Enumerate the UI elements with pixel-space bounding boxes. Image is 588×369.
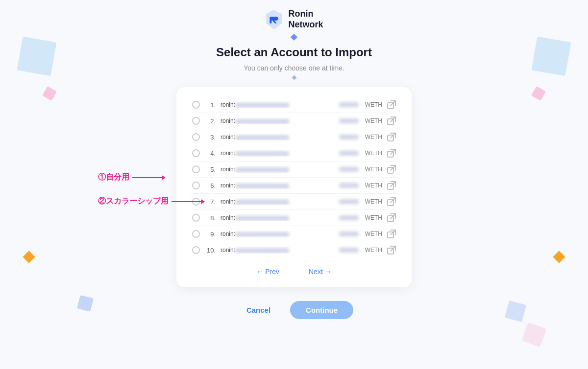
account-row: 1.ronin:WETH [192,97,396,113]
continue-button[interactable]: Continue [290,301,353,319]
diamond-small-deco [292,75,296,80]
account-address: ronin: [220,134,334,140]
weth-label: WETH [364,247,382,254]
weth-label: WETH [364,231,382,237]
account-address: ronin: [220,247,334,254]
account-card: 1.ronin:WETH 2.ronin:WETH 3.ronin:WETH 4… [176,87,412,287]
balance-blur [339,135,359,139]
account-radio-1[interactable] [192,101,200,109]
account-radio-4[interactable] [192,149,200,157]
account-row: 2.ronin:WETH [192,113,396,129]
row-number: 6. [205,182,216,189]
external-link-icon[interactable] [387,116,396,125]
diamond-top-deco [291,34,297,41]
row-number: 4. [205,150,216,157]
external-link-icon[interactable] [387,197,396,206]
account-address: ronin: [220,214,334,221]
account-address: ronin: [220,198,334,205]
logo-text: Ronin Network [288,9,323,30]
page-subtitle: You can only choose one at time. [244,64,344,72]
balance-blur [339,231,359,236]
external-link-icon[interactable] [387,100,396,109]
balance-blur [339,248,359,253]
row-number: 7. [205,198,216,206]
account-radio-10[interactable] [192,246,200,254]
weth-label: WETH [364,198,382,205]
account-radio-3[interactable] [192,133,200,141]
weth-label: WETH [364,134,382,140]
deco-shape-br-pink [521,322,546,347]
account-radio-8[interactable] [192,214,200,222]
row-number: 1. [205,101,216,109]
logo: Ronin Network [265,9,323,30]
external-link-icon[interactable] [387,133,396,141]
balance-blur [339,215,359,220]
account-radio-2[interactable] [192,117,200,125]
account-address: ronin: [220,231,334,237]
weth-label: WETH [364,182,382,189]
row-number: 5. [205,166,216,173]
external-link-icon[interactable] [387,230,396,238]
external-link-icon[interactable] [387,181,396,190]
account-row: 7.ronin:WETH [192,194,396,210]
external-link-icon[interactable] [387,213,396,222]
balance-blur [339,183,359,188]
account-radio-7[interactable] [192,198,200,206]
weth-label: WETH [364,166,382,173]
row-number: 2. [205,117,216,125]
prev-button[interactable]: ← Prev [256,268,279,276]
weth-label: WETH [364,214,382,221]
account-address: ronin: [220,150,334,157]
account-row: 10.ronin:WETH [192,242,396,258]
account-radio-6[interactable] [192,182,200,189]
account-row: 4.ronin:WETH [192,145,396,161]
balance-blur [339,167,359,172]
account-radio-9[interactable] [192,230,200,238]
account-address: ronin: [220,101,334,108]
row-number: 10. [205,247,216,254]
account-list: 1.ronin:WETH 2.ronin:WETH 3.ronin:WETH 4… [192,97,396,258]
account-radio-5[interactable] [192,165,200,173]
next-button[interactable]: Next → [309,268,332,276]
account-row: 6.ronin:WETH [192,178,396,194]
account-address: ronin: [220,182,334,189]
account-address: ronin: [220,117,334,124]
row-number: 8. [205,214,216,222]
page-title: Select an Account to Import [216,46,372,59]
balance-blur [339,199,359,204]
account-row: 8.ronin:WETH [192,210,396,226]
account-row: 5.ronin:WETH [192,161,396,178]
balance-blur [339,118,359,123]
cancel-button[interactable]: Cancel [235,301,282,319]
header: Ronin Network [0,0,588,30]
weth-label: WETH [364,117,382,124]
pagination: ← Prev Next → [192,266,396,276]
weth-label: WETH [364,101,382,108]
external-link-icon[interactable] [387,165,396,174]
balance-blur [339,102,359,107]
external-link-icon[interactable] [387,149,396,158]
account-row: 3.ronin:WETH [192,129,396,145]
balance-blur [339,151,359,156]
external-link-icon[interactable] [387,246,396,254]
row-number: 3. [205,134,216,141]
row-number: 9. [205,231,216,238]
account-row: 9.ronin:WETH [192,226,396,242]
account-address: ronin: [220,166,334,173]
ronin-logo-icon [265,9,283,30]
main-content: Select an Account to Import You can only… [0,35,588,287]
weth-label: WETH [364,150,382,157]
